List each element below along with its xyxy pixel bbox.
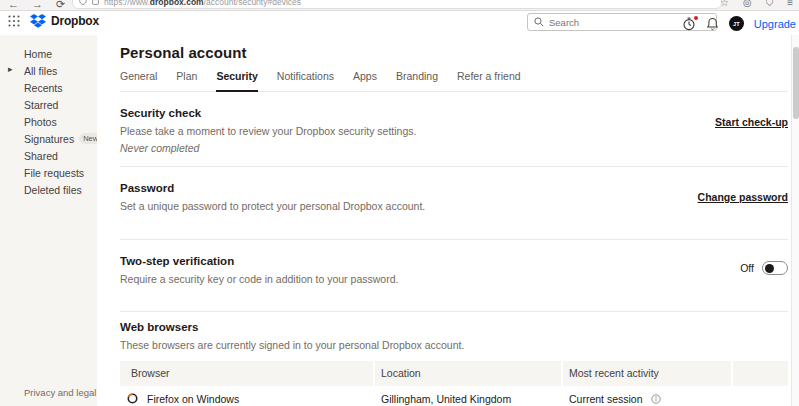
browser-forward-icon[interactable]: → xyxy=(32,0,43,11)
browser-account-icon[interactable]: ◎ xyxy=(743,0,752,9)
tab-refer-a-friend[interactable]: Refer a friend xyxy=(457,70,521,91)
browser-extensions-icon[interactable]: ⛉ xyxy=(766,0,774,9)
section-description: Set a unique password to protect your pe… xyxy=(120,199,425,214)
tab-security[interactable]: Security xyxy=(216,70,257,92)
security-check-status: Never completed xyxy=(120,142,416,154)
section-title: Security check xyxy=(120,107,416,119)
sidebar-item-recents[interactable]: Recents xyxy=(0,79,97,96)
sidebar-item-label: Recents xyxy=(24,82,63,94)
section-title: Web browsers xyxy=(120,321,788,333)
two-step-section: Two-step verification Require a security… xyxy=(120,240,788,312)
chevron-right-icon[interactable]: ▸ xyxy=(8,64,13,74)
session-activity: Current session xyxy=(569,393,643,405)
tab-notifications[interactable]: Notifications xyxy=(277,70,334,91)
tab-branding[interactable]: Branding xyxy=(396,70,438,91)
browser-reload-icon[interactable]: ⟳ xyxy=(56,0,65,11)
column-header-location: Location xyxy=(375,361,561,386)
bookmark-star-icon[interactable]: ☆ xyxy=(720,0,729,8)
section-description: Require a security key or code in additi… xyxy=(120,272,398,287)
sidebar-item-label: Photos xyxy=(24,116,57,128)
browser-menu-icon[interactable]: ≡ xyxy=(787,0,793,9)
security-check-section: Security check Please take a moment to r… xyxy=(120,92,788,167)
sidebar-item-shared[interactable]: Shared xyxy=(0,147,97,164)
column-header-browser: Browser xyxy=(120,361,373,386)
notification-dot xyxy=(694,16,698,20)
sidebar: Home ▸ All files Recents Starred Photos … xyxy=(0,35,97,406)
toggle-knob xyxy=(765,264,774,273)
bell-icon[interactable] xyxy=(706,17,719,31)
table-row: Firefox on Windows Gillingham, United Ki… xyxy=(120,386,788,406)
toggle-state-label: Off xyxy=(740,262,754,274)
two-step-toggle[interactable] xyxy=(762,261,788,275)
web-browsers-section: Web browsers These browsers are currentl… xyxy=(120,312,788,353)
column-header-actions xyxy=(733,361,788,386)
tab-plan[interactable]: Plan xyxy=(176,70,197,91)
app-header: Dropbox JT Upgrade xyxy=(0,12,799,35)
browser-chrome: ← → ⟳ https://www.dropbox.com/account/se… xyxy=(0,0,799,11)
password-section: Password Set a unique password to protec… xyxy=(120,167,788,241)
sidebar-item-deleted-files[interactable]: Deleted files xyxy=(0,181,97,198)
browser-name: Firefox on Windows xyxy=(147,393,239,405)
session-location: Gillingham, United Kingdom xyxy=(375,393,561,405)
section-title: Password xyxy=(120,182,425,194)
sidebar-item-label: Home xyxy=(24,48,52,60)
privacy-and-legal-link[interactable]: Privacy and legal xyxy=(24,387,96,398)
start-checkup-link[interactable]: Start check-up xyxy=(715,116,788,128)
firefox-icon xyxy=(127,393,138,404)
column-header-activity: Most recent activity xyxy=(563,361,731,386)
trial-timer-icon[interactable] xyxy=(682,17,696,31)
account-tabs: General Plan Security Notifications Apps… xyxy=(120,70,788,92)
sidebar-item-starred[interactable]: Starred xyxy=(0,96,97,113)
sidebar-item-label: Starred xyxy=(24,99,58,111)
tracking-shield-icon[interactable] xyxy=(79,0,87,7)
url-text: https://www.dropbox.com/account/security… xyxy=(104,0,301,7)
tab-apps[interactable]: Apps xyxy=(353,70,377,91)
sidebar-item-label: All files xyxy=(24,65,57,77)
sidebar-item-signatures[interactable]: Signatures New xyxy=(0,130,97,147)
sidebar-item-all-files[interactable]: ▸ All files xyxy=(0,62,97,79)
tab-general[interactable]: General xyxy=(120,70,157,91)
sidebar-item-label: File requests xyxy=(24,167,84,179)
page-scrollbar[interactable] xyxy=(791,35,799,406)
web-browsers-table: Browser Location Most recent activity Fi… xyxy=(120,361,788,406)
change-password-link[interactable]: Change password xyxy=(698,191,788,203)
avatar[interactable]: JT xyxy=(729,16,744,31)
dropbox-glyph-icon xyxy=(30,14,46,28)
main-content: Personal account General Plan Security N… xyxy=(97,35,799,406)
browser-back-icon[interactable]: ← xyxy=(8,0,19,11)
sidebar-item-file-requests[interactable]: File requests xyxy=(0,164,97,181)
scrollbar-thumb[interactable] xyxy=(793,47,799,119)
table-header: Browser Location Most recent activity xyxy=(120,361,788,386)
info-icon[interactable] xyxy=(651,394,661,404)
search-icon xyxy=(534,17,544,27)
page-title: Personal account xyxy=(120,44,788,61)
sidebar-item-photos[interactable]: Photos xyxy=(0,113,97,130)
section-description: Please take a moment to review your Drop… xyxy=(120,124,416,139)
sidebar-item-home[interactable]: Home xyxy=(0,45,97,62)
upgrade-link[interactable]: Upgrade xyxy=(754,18,796,30)
lock-icon xyxy=(92,0,99,7)
section-description: These browsers are currently signed in t… xyxy=(120,338,788,353)
sidebar-item-label: Shared xyxy=(24,150,58,162)
browser-url-bar[interactable]: https://www.dropbox.com/account/security… xyxy=(72,0,722,9)
sidebar-item-label: Signatures xyxy=(24,133,74,145)
sidebar-item-label: Deleted files xyxy=(24,184,82,196)
dropbox-logo[interactable]: Dropbox xyxy=(30,14,99,28)
brand-name: Dropbox xyxy=(51,14,99,28)
section-title: Two-step verification xyxy=(120,255,398,267)
apps-grid-icon[interactable] xyxy=(8,15,20,27)
